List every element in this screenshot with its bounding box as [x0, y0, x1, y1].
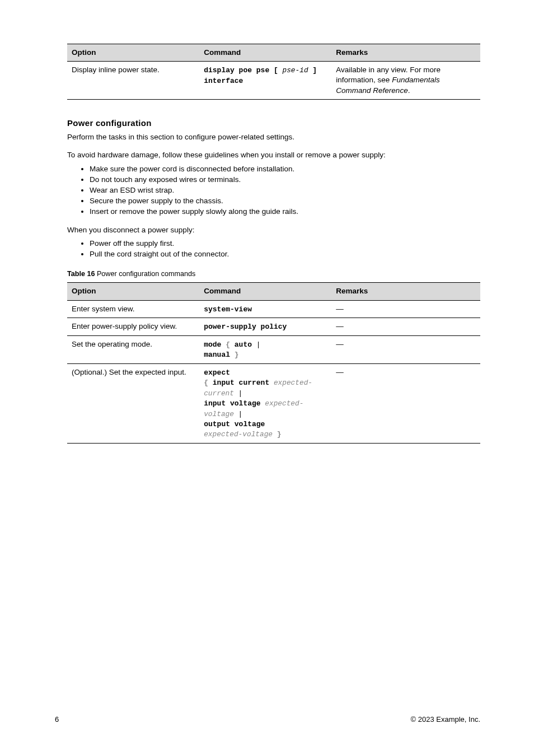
list-item: Pull the cord straight out of the connec… [90, 249, 480, 259]
bracket-close: ] [312, 66, 317, 74]
kw-input-voltage: input voltage [204, 399, 260, 408]
table-row: Enter system view. system-view — [67, 300, 480, 318]
arg-voltage-2: expected-voltage [204, 430, 277, 438]
pipe: | [238, 389, 243, 398]
table-header-row: Option Command Remarks [67, 44, 480, 62]
cell-remarks: — [331, 300, 480, 318]
opt-manual: manual [204, 351, 230, 359]
guidelines-list-1: Make sure the power cord is disconnected… [90, 164, 480, 217]
cmd: system-view [204, 305, 252, 314]
page-number: 6 [55, 715, 59, 725]
cell-remarks: — [331, 335, 480, 363]
col-option: Option [67, 44, 199, 62]
cell-option: (Optional.) Set the expected input. [67, 363, 199, 443]
brace-open: { [204, 379, 213, 387]
col-option: Option [67, 283, 199, 300]
cell-command: mode { auto | manual } [199, 335, 331, 363]
list-item: Do not touch any exposed wires or termin… [90, 175, 480, 185]
section-desc: Perform the tasks in this section to con… [67, 132, 480, 142]
cmd-pre: expect [204, 368, 230, 377]
table-row: Enter power-supply policy view. power-su… [67, 318, 480, 336]
opt-auto: auto [235, 340, 252, 349]
guidelines-intro-2: When you disconnect a power supply: [67, 225, 480, 235]
brace-close: } [277, 430, 282, 438]
table-header-row: Option Command Remarks [67, 283, 480, 300]
col-command: Command [199, 283, 331, 300]
footer-copyright: © 2023 Example, Inc. [411, 715, 480, 725]
cell-remarks: — [331, 318, 480, 336]
brace-close: } [230, 351, 239, 359]
brace-open: { [226, 340, 235, 349]
cell-option: Enter system view. [67, 300, 199, 318]
col-remarks: Remarks [331, 283, 480, 300]
cmd-post: interface [204, 77, 243, 85]
cell-command: expect { input current expected-current … [199, 363, 331, 443]
list-item: Secure the power supply to the chassis. [90, 196, 480, 206]
guidelines-intro: To avoid hardware damage, follow these g… [67, 150, 480, 160]
table-row: Display inline power state. display poe … [67, 62, 480, 100]
rem-post: . [408, 86, 410, 95]
table-caption-num: Table 16 [67, 270, 95, 278]
cell-remarks: — [331, 363, 480, 443]
list-item: Wear an ESD wrist strap. [90, 185, 480, 195]
col-remarks: Remarks [331, 44, 480, 62]
pipe: | [252, 340, 260, 349]
kw-input-current: input current [213, 379, 269, 387]
cmd: power-supply policy [204, 323, 287, 331]
cell-command: display poe pse [ pse-id ] interface [199, 62, 331, 100]
section-heading: Power configuration [67, 118, 480, 129]
table-row: (Optional.) Set the expected input. expe… [67, 363, 480, 443]
cmd-pre: mode [204, 340, 226, 349]
bracket-open: [ [274, 66, 278, 74]
table-row: Set the operating mode. mode { auto | ma… [67, 335, 480, 363]
cell-option: Set the operating mode. [67, 335, 199, 363]
table-caption: Table 16 Power configuration commands [67, 269, 480, 279]
cell-option: Display inline power state. [67, 62, 199, 100]
table-power-config: Option Command Remarks Enter system view… [67, 282, 480, 444]
cell-command: power-supply policy [199, 318, 331, 336]
cmd-arg: pse-id [278, 66, 312, 74]
table-inline-power: Option Command Remarks Display inline po… [67, 44, 480, 100]
col-command: Command [199, 44, 331, 62]
list-item: Power off the supply first. [90, 239, 480, 249]
guidelines-list-2: Power off the supply first. Pull the cor… [90, 239, 480, 259]
cell-option: Enter power-supply policy view. [67, 318, 199, 336]
list-item: Make sure the power cord is disconnected… [90, 164, 480, 174]
cmd-pre: display poe pse [204, 66, 274, 74]
table-caption-text: Power configuration commands [95, 270, 195, 278]
cell-remarks: Available in any view. For more informat… [331, 62, 480, 100]
cell-command: system-view [199, 300, 331, 318]
kw-output-voltage: output voltage [204, 420, 265, 428]
list-item: Insert or remove the power supply slowly… [90, 207, 480, 217]
pipe: | [234, 410, 242, 418]
